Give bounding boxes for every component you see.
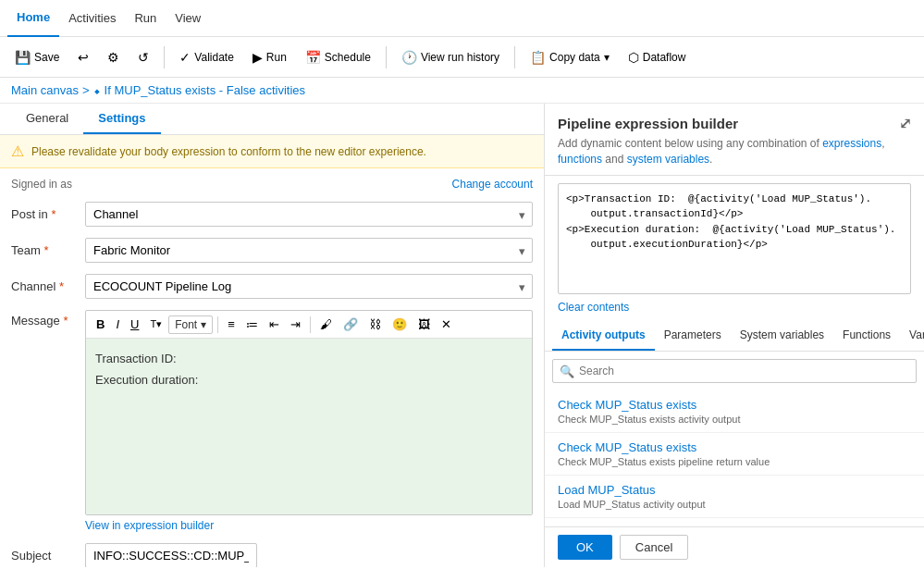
save-icon: 💾: [15, 50, 31, 65]
subject-input[interactable]: [85, 543, 257, 567]
signed-in-row: Signed in as Change account: [11, 178, 533, 191]
separator-2: [386, 46, 387, 68]
text-size-button[interactable]: T▾: [145, 315, 166, 333]
separator-3: [514, 46, 515, 68]
ok-button[interactable]: OK: [558, 535, 612, 560]
breadcrumb-current: If MUP_Status exists - False activities: [105, 83, 305, 97]
left-panel: General Settings ⚠ Please revalidate you…: [0, 104, 545, 567]
warning-text: Please revalidate your body expression t…: [31, 145, 426, 158]
right-panel-subtitle: Add dynamic content below using any comb…: [558, 136, 911, 167]
activity-item-subtitle: Check MUP_Status exists activity output: [558, 414, 911, 425]
system-variables-link[interactable]: system variables: [627, 153, 709, 166]
breadcrumb-main-canvas[interactable]: Main canvas: [11, 83, 79, 97]
editor-toolbar: B I U T▾ Font ▾ ≡ ≔ ⇤ ⇥: [86, 311, 532, 339]
image-button[interactable]: 🖼: [413, 315, 435, 334]
nav-home[interactable]: Home: [7, 0, 59, 37]
undo-button[interactable]: ↺: [130, 46, 156, 68]
history-icon: 🕐: [401, 50, 417, 65]
settings-button[interactable]: ⚙: [100, 46, 127, 68]
bold-button[interactable]: B: [92, 315, 109, 334]
nav-run[interactable]: Run: [125, 0, 166, 37]
dataflow-button[interactable]: ⬡ Dataflow: [621, 46, 694, 68]
nav-view[interactable]: View: [166, 0, 210, 37]
tab-activity-outputs[interactable]: Activity outputs: [552, 321, 655, 351]
undo-icon: ↺: [138, 50, 149, 65]
post-in-select[interactable]: Channel Chat: [85, 202, 533, 227]
save-button[interactable]: 💾 Save: [7, 46, 67, 68]
numbered-list-button[interactable]: ≔: [241, 315, 263, 334]
activity-list: Check MUP_Status exists Check MUP_Status…: [545, 390, 924, 526]
team-label: Team *: [11, 238, 85, 257]
breadcrumb-icon: ⬥: [93, 83, 101, 97]
message-editor: B I U T▾ Font ▾ ≡ ≔ ⇤ ⇥: [85, 310, 533, 515]
discard-button[interactable]: ↩: [70, 46, 96, 68]
discard-icon: ↩: [78, 50, 89, 65]
expression-textarea[interactable]: <p>Transaction ID: @{activity('Load MUP_…: [558, 183, 911, 294]
activity-item-title: Check MUP_Status exists: [558, 398, 911, 412]
clear-contents-link[interactable]: Clear contents: [558, 301, 629, 314]
view-run-history-button[interactable]: 🕐 View run history: [394, 46, 507, 68]
tab-system-variables[interactable]: System variables: [731, 321, 833, 351]
cancel-button[interactable]: Cancel: [620, 535, 688, 560]
gear-icon: ⚙: [107, 50, 119, 65]
change-account-link[interactable]: Change account: [452, 178, 533, 191]
tab-general[interactable]: General: [11, 104, 83, 134]
dataflow-icon: ⬡: [628, 50, 639, 65]
schedule-button[interactable]: 📅 Schedule: [298, 46, 378, 68]
message-row: Message * B I U T▾ Font ▾: [11, 310, 533, 532]
channel-label: Channel *: [11, 274, 85, 293]
post-in-label: Post in *: [11, 202, 85, 221]
toolbar: 💾 Save ↩ ⚙ ↺ ✓ Validate ▶ Run 📅 Schedule…: [0, 37, 924, 78]
channel-select[interactable]: ECOCOUNT Pipeline Log: [85, 274, 533, 299]
validate-button[interactable]: ✓ Validate: [172, 46, 240, 68]
list-item[interactable]: Load MUP_Status Load MUP_Status activity…: [545, 476, 924, 518]
team-select[interactable]: Fabric Monitor: [85, 238, 533, 263]
form-content: Signed in as Change account Post in * Ch…: [0, 168, 544, 567]
expressions-link[interactable]: expressions: [822, 137, 881, 150]
list-item[interactable]: Load MUP_Status Load MUP_Status pipeline…: [545, 518, 924, 526]
emoji-button[interactable]: 🙂: [388, 315, 412, 334]
message-required: *: [63, 314, 68, 328]
clear-button[interactable]: ✕: [437, 315, 456, 334]
list-item[interactable]: Check MUP_Status exists Check MUP_Status…: [545, 390, 924, 433]
list-item[interactable]: Check MUP_Status exists Check MUP_Status…: [545, 433, 924, 476]
run-button[interactable]: ▶ Run: [245, 46, 294, 68]
expression-section: <p>Transaction ID: @{activity('Load MUP_…: [545, 176, 924, 321]
signed-in-label: Signed in as: [11, 178, 85, 191]
channel-row: Channel * ECOCOUNT Pipeline Log: [11, 274, 533, 299]
minimize-button[interactable]: ⤢: [899, 115, 911, 132]
underline-button[interactable]: U: [126, 315, 143, 334]
tab-variables[interactable]: Variables: [900, 321, 924, 351]
view-expression-link[interactable]: View in expression builder: [85, 519, 214, 532]
nav-activities[interactable]: Activities: [59, 0, 125, 37]
tab-settings[interactable]: Settings: [83, 104, 160, 134]
copy-data-button[interactable]: 📋 Copy data ▾: [523, 46, 617, 68]
post-in-required: *: [51, 207, 55, 221]
link-button[interactable]: 🔗: [339, 315, 363, 334]
message-label: Message *: [11, 310, 85, 328]
editor-line1: Transaction ID:: [95, 348, 523, 369]
increase-indent-button[interactable]: ⇥: [286, 315, 305, 334]
functions-link[interactable]: functions: [558, 153, 602, 166]
top-nav: Home Activities Run View: [0, 0, 924, 37]
right-tabs: Activity outputs Parameters System varia…: [545, 321, 924, 352]
italic-button[interactable]: I: [111, 315, 124, 334]
editor-content[interactable]: Transaction ID: Execution duration:: [86, 339, 532, 514]
decrease-indent-button[interactable]: ⇤: [265, 315, 284, 334]
bullet-list-button[interactable]: ≡: [223, 315, 240, 334]
font-dropdown[interactable]: Font ▾: [168, 315, 213, 334]
paint-button[interactable]: 🖌: [315, 315, 337, 334]
message-control: B I U T▾ Font ▾ ≡ ≔ ⇤ ⇥: [85, 310, 533, 532]
tab-functions[interactable]: Functions: [833, 321, 900, 351]
tab-parameters[interactable]: Parameters: [655, 321, 731, 351]
right-panel-footer: OK Cancel: [545, 526, 924, 567]
breadcrumb: Main canvas > ⬥ If MUP_Status exists - F…: [0, 78, 924, 104]
activity-item-title: Check MUP_Status exists: [558, 440, 911, 454]
team-control: Fabric Monitor: [85, 238, 533, 263]
channel-required: *: [59, 279, 64, 293]
search-input[interactable]: [552, 359, 917, 383]
right-panel: Pipeline expression builder ⤢ Add dynami…: [545, 104, 924, 567]
activity-item-subtitle: Check MUP_Status exists pipeline return …: [558, 456, 911, 467]
link-remove-button[interactable]: ⛓: [364, 315, 386, 334]
search-icon: 🔍: [560, 364, 574, 377]
